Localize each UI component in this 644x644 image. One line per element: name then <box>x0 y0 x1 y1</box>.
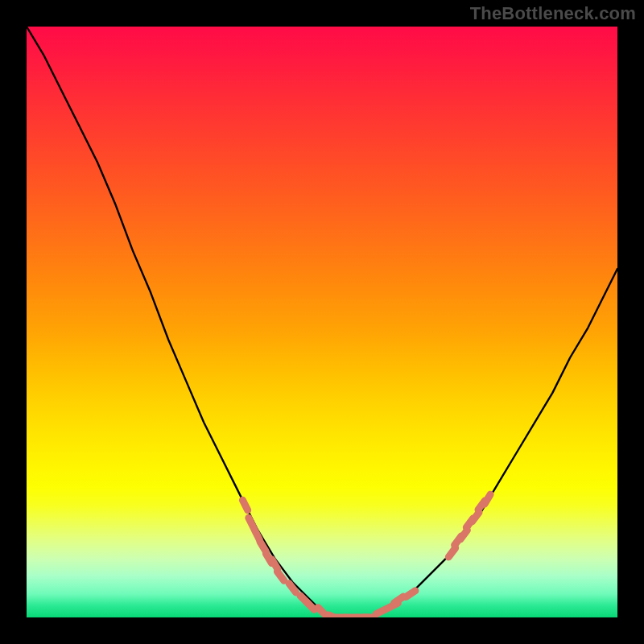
watermark-text: TheBottleneck.com <box>470 3 636 24</box>
marker-dash <box>406 591 415 597</box>
chart-frame: TheBottleneck.com <box>0 0 644 644</box>
plot-area <box>27 27 617 617</box>
marker-dash <box>318 608 326 616</box>
marker-dash <box>473 513 479 522</box>
marker-dash <box>448 548 455 557</box>
bottleneck-curve <box>27 27 617 617</box>
curve-path <box>27 27 617 617</box>
marker-dash <box>277 572 283 580</box>
marker-dash <box>260 542 266 551</box>
marker-dash <box>460 530 467 539</box>
marker-dash <box>272 559 278 569</box>
marker-dash <box>394 597 404 603</box>
curve-svg <box>27 27 617 617</box>
marker-dash <box>242 500 247 510</box>
marker-points <box>242 494 490 617</box>
marker-dash <box>485 494 490 504</box>
marker-dash <box>254 530 259 540</box>
marker-dash <box>249 518 254 528</box>
